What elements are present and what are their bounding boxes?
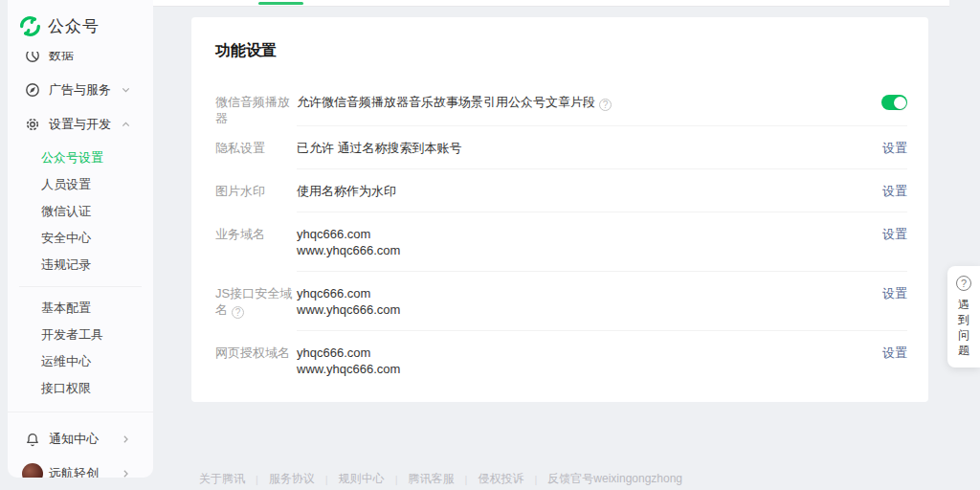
setting-value-line: yhqc666.com — [297, 285, 400, 301]
sidebar-item-security-center[interactable]: 安全中心 — [8, 225, 153, 252]
sidebar-item-ads-services[interactable]: 广告与服务 — [8, 73, 153, 107]
footer-link[interactable]: 腾讯客服 — [409, 471, 455, 487]
footer-link[interactable]: 反馈官号weixingongzhong — [547, 471, 682, 487]
wechat-mp-logo-icon — [19, 15, 41, 37]
setting-row-audio-player: 微信音频播放器允许微信音频播放器音乐故事场景引用公众号文章片段? — [215, 80, 907, 126]
logo: 公众号 — [8, 0, 153, 52]
setting-row-privacy: 隐私设置已允许 通过名称搜索到本账号设置 — [215, 126, 907, 169]
page-title: 功能设置 — [215, 40, 907, 61]
chevron-up-icon — [121, 120, 131, 130]
sidebar-item-staff-settings[interactable]: 人员设置 — [8, 171, 153, 198]
brand-name: 公众号 — [48, 15, 100, 37]
sidebar-item-settings-dev[interactable]: 设置与开发 — [8, 107, 153, 142]
sidebar-item-wechat-verification[interactable]: 微信认证 — [8, 198, 153, 225]
setting-value: yhqc666.comwww.yhqc666.com — [297, 345, 400, 377]
setting-value-line: 使用名称作为水印 — [297, 183, 396, 199]
footer-separator: | — [256, 474, 258, 485]
footer-link[interactable]: 关于腾讯 — [199, 471, 245, 487]
sidebar-item-notification-center[interactable]: 通知中心 — [8, 422, 153, 457]
footer: 关于腾讯|服务协议|规则中心|腾讯客服|侵权投诉|反馈官号weixingongz… — [199, 471, 682, 487]
setting-body: yhqc666.comwww.yhqc666.com设置 — [297, 331, 907, 390]
setting-row-image-watermark: 图片水印使用名称作为水印设置 — [215, 169, 907, 212]
setting-value: yhqc666.comwww.yhqc666.com — [297, 285, 400, 318]
setting-label: 微信音频播放器 — [215, 80, 297, 126]
setting-value-line: www.yhqc666.com — [297, 301, 400, 318]
bell-icon — [25, 432, 40, 447]
sidebar-item-account-settings[interactable]: 公众号设置 — [8, 145, 153, 171]
sidebar-item-basic-config[interactable]: 基本配置 — [8, 295, 153, 322]
setting-value: 使用名称作为水印 — [297, 183, 396, 199]
sidebar-item-label: 设置与开发 — [49, 116, 111, 133]
sidebar-divider — [19, 286, 142, 287]
toggle-switch[interactable] — [881, 95, 907, 110]
setting-value-line: 已允许 通过名称搜索到本账号 — [297, 140, 462, 156]
footer-link[interactable]: 侵权投诉 — [478, 471, 523, 487]
sidebar-item-ops-center[interactable]: 运维中心 — [8, 348, 153, 375]
sidebar-subgroup: 公众号设置人员设置微信认证安全中心违规记录 — [8, 145, 153, 278]
setting-value-line: www.yhqc666.com — [297, 242, 400, 258]
question-icon: ? — [956, 276, 971, 291]
settings-link[interactable]: 设置 — [882, 226, 907, 242]
setting-body: 使用名称作为水印设置 — [297, 169, 907, 212]
settings-link[interactable]: 设置 — [882, 183, 907, 199]
sidebar-item-violation-records[interactable]: 违规记录 — [8, 252, 153, 278]
settings-link[interactable]: 设置 — [882, 345, 907, 361]
settings-rows: 微信音频播放器允许微信音频播放器音乐故事场景引用公众号文章片段?隐私设置已允许 … — [215, 80, 907, 390]
setting-row-js-safe-domain: JS接口安全域名?yhqc666.comwww.yhqc666.com设置 — [215, 272, 907, 331]
tab-strip — [153, 0, 949, 7]
help-icon[interactable]: ? — [232, 306, 244, 319]
sidebar-item-label: 通知中心 — [49, 431, 99, 448]
setting-value-line: yhqc666.com — [297, 345, 400, 361]
sidebar-item-label: 广告与服务 — [49, 81, 111, 99]
footer-separator: | — [395, 474, 398, 485]
settings-link[interactable]: 设置 — [882, 140, 907, 156]
setting-value-line: 允许微信音频播放器音乐故事场景引用公众号文章片段? — [297, 94, 612, 111]
sidebar: 公众号 数据广告与服务设置与开发公众号设置人员设置微信认证安全中心违规记录基本配… — [8, 0, 153, 478]
help-widget-label: 遇到问题 — [957, 297, 970, 358]
footer-separator: | — [325, 474, 328, 485]
sidebar-item-account[interactable]: 远航轻创 — [8, 457, 153, 478]
settings-card: 功能设置 微信音频播放器允许微信音频播放器音乐故事场景引用公众号文章片段?隐私设… — [191, 17, 928, 402]
setting-value-line: yhqc666.com — [297, 226, 400, 242]
chevron-down-icon — [121, 85, 131, 96]
setting-body: yhqc666.comwww.yhqc666.com设置 — [297, 212, 907, 272]
help-icon[interactable]: ? — [599, 99, 612, 111]
chevron-right-icon — [121, 469, 131, 479]
sidebar-nav: 数据广告与服务设置与开发公众号设置人员设置微信认证安全中心违规记录基本配置开发者… — [8, 38, 153, 478]
setting-label: JS接口安全域名? — [215, 272, 297, 331]
setting-label: 网页授权域名 — [215, 331, 297, 390]
compass-icon — [25, 82, 40, 98]
setting-body: 允许微信音频播放器音乐故事场景引用公众号文章片段? — [297, 80, 907, 126]
settings-link[interactable]: 设置 — [882, 285, 907, 301]
setting-label: 隐私设置 — [215, 126, 297, 169]
setting-body: yhqc666.comwww.yhqc666.com设置 — [297, 272, 907, 331]
footer-separator: | — [534, 474, 537, 485]
sidebar-divider — [8, 412, 153, 412]
setting-label: 图片水印 — [215, 169, 297, 212]
active-tab-indicator — [258, 2, 303, 5]
setting-row-business-domain: 业务域名yhqc666.comwww.yhqc666.com设置 — [215, 212, 907, 272]
gear-icon — [25, 117, 40, 132]
sidebar-subgroup: 基本配置开发者工具运维中心接口权限 — [8, 295, 153, 402]
footer-separator: | — [465, 474, 468, 485]
sidebar-item-developer-tools[interactable]: 开发者工具 — [8, 322, 153, 348]
sidebar-item-api-permissions[interactable]: 接口权限 — [8, 375, 153, 402]
setting-row-oauth-domain: 网页授权域名yhqc666.comwww.yhqc666.com设置 — [215, 331, 907, 390]
help-widget[interactable]: ? 遇到问题 — [947, 266, 980, 368]
footer-link[interactable]: 服务协议 — [269, 471, 315, 487]
account-avatar — [22, 463, 43, 478]
setting-value-line: www.yhqc666.com — [297, 361, 400, 377]
footer-link[interactable]: 规则中心 — [339, 471, 385, 487]
setting-body: 已允许 通过名称搜索到本账号设置 — [297, 126, 907, 169]
sidebar-item-label: 远航轻创 — [49, 465, 99, 478]
setting-value: yhqc666.comwww.yhqc666.com — [297, 226, 400, 258]
chevron-right-icon — [121, 434, 131, 445]
setting-value: 允许微信音频播放器音乐故事场景引用公众号文章片段? — [297, 94, 612, 111]
setting-value: 已允许 通过名称搜索到本账号 — [297, 140, 462, 156]
setting-label: 业务域名 — [215, 212, 297, 272]
